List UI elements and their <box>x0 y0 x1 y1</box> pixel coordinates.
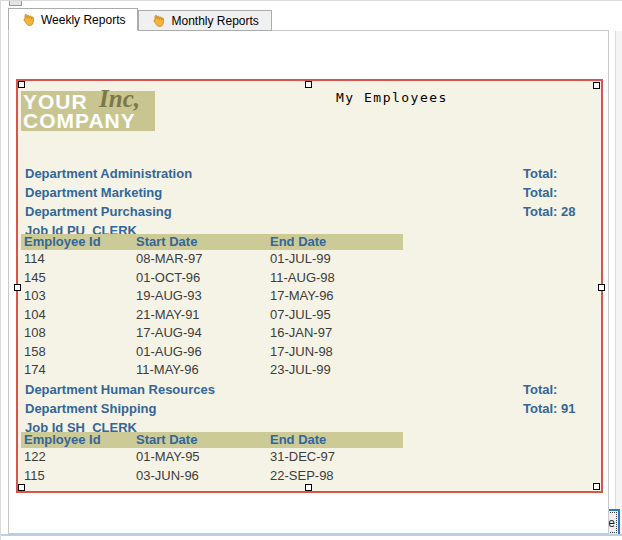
cell-start-date: 08-MAR-97 <box>136 250 270 269</box>
col-start-date: Start Date <box>136 432 270 448</box>
table-header-row: Employee Id Start Date End Date <box>21 432 403 448</box>
department-label: Department Marketing <box>25 185 162 200</box>
selection-handle-bottom-right[interactable] <box>593 483 600 490</box>
table-header-row: Employee Id Start Date End Date <box>21 234 403 250</box>
cell-end-date: 22-SEP-98 <box>270 467 403 486</box>
tab-bar: Weekly Reports Monthly Reports <box>8 8 272 31</box>
company-logo: YOUR COMPANY Inc, <box>21 91 155 131</box>
table-row: 104 21-MAY-91 07-JUL-95 <box>21 306 403 325</box>
cell-end-date: 16-JAN-97 <box>270 324 403 343</box>
department-row: Department Shipping Total: 91 <box>25 399 587 418</box>
app-window: Weekly Reports Monthly Reports YOUR COMP… <box>0 0 622 540</box>
cell-start-date: 01-AUG-96 <box>136 343 270 362</box>
table-row: 122 01-MAY-95 31-DEC-97 <box>21 448 403 467</box>
report-title: My Employees <box>336 90 448 105</box>
cell-employee-id: 122 <box>21 448 136 467</box>
selection-handle-top-right[interactable] <box>593 82 600 89</box>
selection-handle-middle-left[interactable] <box>14 284 21 291</box>
vertical-scrollbar-track[interactable] <box>615 31 622 534</box>
tab-weekly-reports[interactable]: Weekly Reports <box>8 8 138 31</box>
table-row: 174 11-MAY-96 23-JUL-99 <box>21 361 403 380</box>
window-edge-stub <box>9 1 22 6</box>
cell-start-date: 03-JUN-96 <box>136 467 270 486</box>
cell-end-date: 17-JUN-98 <box>270 343 403 362</box>
cell-end-date: 17-MAY-96 <box>270 287 403 306</box>
cell-employee-id: 145 <box>21 269 136 288</box>
table-row: 115 03-JUN-96 22-SEP-98 <box>21 467 403 486</box>
tab-label: Weekly Reports <box>41 13 125 27</box>
department-label: Department Purchasing <box>25 204 172 219</box>
cell-employee-id: 103 <box>21 287 136 306</box>
department-row: Department Marketing Total: <box>25 183 587 202</box>
col-end-date: End Date <box>270 432 403 448</box>
col-start-date: Start Date <box>136 234 270 250</box>
department-total: Total: 28 <box>523 202 576 221</box>
table-row: 145 01-OCT-96 11-AUG-98 <box>21 269 403 288</box>
department-total: Total: <box>523 164 557 183</box>
cell-start-date: 11-MAY-96 <box>136 361 270 380</box>
cell-employee-id: 108 <box>21 324 136 343</box>
employee-table: Employee Id Start Date End Date 114 08-M… <box>21 234 403 380</box>
department-label: Department Shipping <box>25 401 156 416</box>
cell-employee-id: 158 <box>21 343 136 362</box>
selection-handle-top-left[interactable] <box>18 81 25 88</box>
window-bottom-edge <box>1 534 622 536</box>
cell-start-date: 01-MAY-95 <box>136 448 270 467</box>
cell-end-date: 11-AUG-98 <box>270 269 403 288</box>
tab-label: Monthly Reports <box>171 14 258 28</box>
hand-icon <box>151 13 166 28</box>
department-total: Total: <box>523 183 557 202</box>
selection-handle-top-middle[interactable] <box>305 81 312 88</box>
cell-start-date: 21-MAY-91 <box>136 306 270 325</box>
cell-end-date: 23-JUL-99 <box>270 361 403 380</box>
department-label: Department Human Resources <box>25 382 215 397</box>
cell-start-date: 17-AUG-94 <box>136 324 270 343</box>
hand-icon <box>21 12 36 27</box>
cell-employee-id: 114 <box>21 250 136 269</box>
cell-start-date: 01-OCT-96 <box>136 269 270 288</box>
tab-monthly-reports[interactable]: Monthly Reports <box>138 10 271 31</box>
department-row: Department Human Resources Total: <box>25 380 587 399</box>
report-frame[interactable]: YOUR COMPANY Inc, My Employees Departmen… <box>16 79 603 493</box>
employee-table: Employee Id Start Date End Date 122 01-M… <box>21 432 403 485</box>
department-row: Department Purchasing Total: 28 <box>25 202 587 221</box>
col-end-date: End Date <box>270 234 403 250</box>
selection-handle-bottom-middle[interactable] <box>305 484 312 491</box>
col-employee-id: Employee Id <box>21 234 136 250</box>
cell-employee-id: 115 <box>21 467 136 486</box>
table-row: 114 08-MAR-97 01-JUL-99 <box>21 250 403 269</box>
selection-handle-bottom-left[interactable] <box>18 484 25 491</box>
department-total: Total: 91 <box>523 399 576 418</box>
col-employee-id: Employee Id <box>21 432 136 448</box>
logo-line2: COMPANY <box>23 111 155 130</box>
logo-suffix: Inc, <box>99 85 140 113</box>
department-total: Total: <box>523 380 557 399</box>
table-row: 158 01-AUG-96 17-JUN-98 <box>21 343 403 362</box>
cell-start-date: 19-AUG-93 <box>136 287 270 306</box>
table-row: 103 19-AUG-93 17-MAY-96 <box>21 287 403 306</box>
cell-end-date: 31-DEC-97 <box>270 448 403 467</box>
selection-handle-middle-right[interactable] <box>598 284 605 291</box>
cell-end-date: 07-JUL-95 <box>270 306 403 325</box>
table-row: 108 17-AUG-94 16-JAN-97 <box>21 324 403 343</box>
cell-end-date: 01-JUL-99 <box>270 250 403 269</box>
cell-employee-id: 104 <box>21 306 136 325</box>
department-row: Department Administration Total: <box>25 164 587 183</box>
cell-employee-id: 174 <box>21 361 136 380</box>
department-label: Department Administration <box>25 166 192 181</box>
